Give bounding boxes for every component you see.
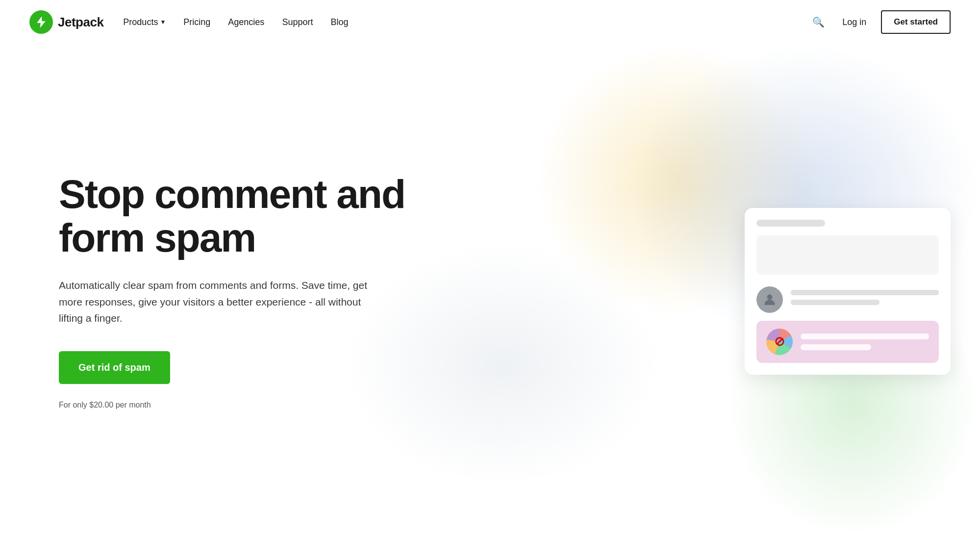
get-started-button[interactable]: Get started: [881, 10, 951, 34]
comment-row-normal: [756, 286, 939, 313]
nav-links: Products ▼ Pricing Agencies Support: [123, 17, 348, 27]
spam-line-1: [801, 333, 929, 339]
support-link[interactable]: Support: [282, 17, 313, 27]
jetpack-logo-icon: [29, 10, 53, 34]
spam-row: ⊘: [756, 321, 939, 363]
products-label: Products: [123, 17, 158, 27]
navbar: Jetpack Products ▼ Pricing Agencies: [0, 0, 980, 44]
spam-avatar: ⊘: [766, 329, 793, 355]
nav-left: Jetpack Products ▼ Pricing Agencies: [29, 10, 348, 34]
hero-section: Stop comment and form spam Automatically…: [0, 44, 980, 538]
hero-illustration: ⊘: [745, 208, 951, 375]
nav-item-support[interactable]: Support: [282, 17, 313, 27]
card-header-bar: [756, 220, 825, 227]
products-link[interactable]: Products ▼: [123, 17, 166, 27]
brand-name: Jetpack: [58, 15, 103, 30]
login-link[interactable]: Log in: [842, 17, 866, 27]
nav-right: 🔍 Log in Get started: [809, 10, 951, 34]
nav-item-pricing[interactable]: Pricing: [183, 17, 210, 27]
agencies-link[interactable]: Agencies: [228, 17, 264, 27]
logo-link[interactable]: Jetpack: [29, 10, 103, 34]
comment-line-1: [791, 290, 939, 295]
spam-lines: [801, 333, 929, 350]
nav-item-blog[interactable]: Blog: [330, 17, 348, 27]
search-icon: 🔍: [812, 17, 825, 27]
lightning-bolt-icon: [34, 15, 48, 29]
agencies-label: Agencies: [228, 17, 264, 27]
support-label: Support: [282, 17, 313, 27]
nav-item-products[interactable]: Products ▼: [123, 17, 166, 27]
spam-ban-overlay: ⊘: [766, 329, 793, 355]
avatar: [756, 286, 783, 313]
cta-button[interactable]: Get rid of spam: [59, 351, 170, 384]
blog-link[interactable]: Blog: [330, 17, 348, 27]
svg-point-0: [767, 294, 773, 300]
nav-item-agencies[interactable]: Agencies: [228, 17, 264, 27]
comment-card: ⊘: [745, 208, 951, 375]
spam-line-2: [801, 344, 871, 350]
card-content-block: [756, 235, 939, 275]
hero-title: Stop comment and form spam: [59, 173, 441, 259]
pricing-label: Pricing: [183, 17, 210, 27]
login-label: Log in: [842, 17, 866, 27]
hero-description: Automatically clear spam from comments a…: [59, 277, 377, 327]
pricing-link[interactable]: Pricing: [183, 17, 210, 27]
price-note: For only $20.00 per month: [59, 401, 441, 410]
hero-content: Stop comment and form spam Automatically…: [59, 173, 441, 410]
chevron-down-icon: ▼: [160, 19, 166, 26]
blog-label: Blog: [330, 17, 348, 27]
comment-line-2: [791, 300, 879, 305]
comment-lines: [791, 290, 939, 309]
ban-icon: ⊘: [774, 334, 785, 349]
search-button[interactable]: 🔍: [809, 13, 828, 31]
person-icon: [762, 292, 778, 307]
